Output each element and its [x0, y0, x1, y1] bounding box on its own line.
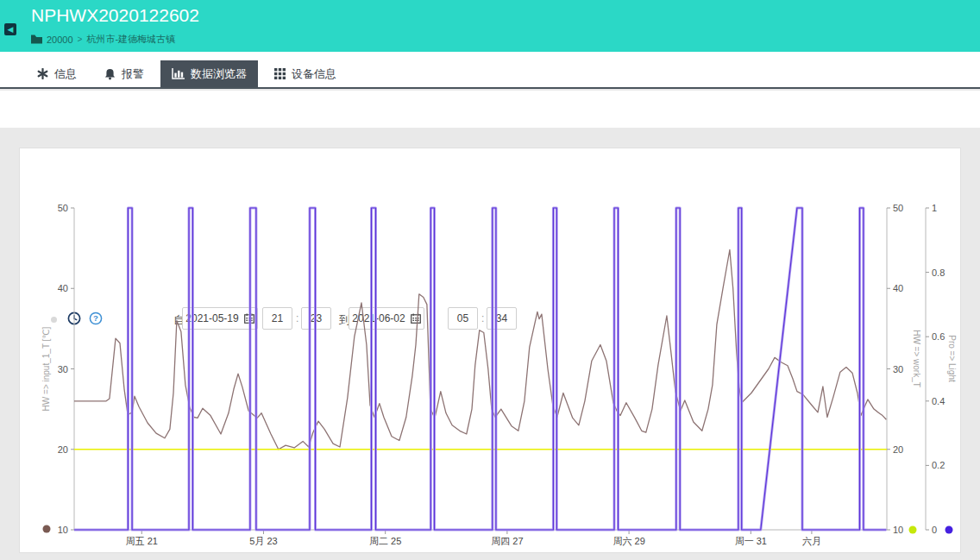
svg-text:10: 10	[58, 525, 68, 535]
svg-text:六月: 六月	[802, 536, 821, 546]
bar-chart-icon	[172, 68, 185, 79]
svg-text:0.2: 0.2	[932, 460, 945, 470]
grid-icon	[274, 68, 286, 79]
svg-text:1: 1	[932, 203, 937, 213]
chart-axes	[74, 208, 926, 530]
y-axis-ticks: 1010202030304040505000.20.40.60.81	[58, 203, 945, 535]
svg-text:40: 40	[58, 283, 68, 293]
svg-text:50: 50	[58, 203, 68, 213]
svg-text:周一 31: 周一 31	[735, 536, 767, 546]
right-axis1-title: HW => work_T	[912, 330, 921, 387]
svg-text:0.4: 0.4	[932, 396, 945, 406]
tab-device-info[interactable]: 设备信息	[263, 60, 348, 87]
content-spacer	[0, 91, 980, 128]
collapse-sidebar-icon[interactable]: ◀	[4, 23, 16, 35]
app-header: ◀ NPHWX2020122602 20000 > 杭州市-建德梅城古镇	[0, 0, 980, 52]
tab-label: 数据浏览器	[191, 66, 247, 82]
x-axis-ticks: 周五 215月 23周二 25周四 27周六 29周一 31六月	[126, 530, 821, 546]
folder-icon	[31, 35, 42, 44]
breadcrumb-folder-id[interactable]: 20000	[47, 35, 73, 45]
svg-text:0: 0	[932, 525, 937, 535]
svg-text:40: 40	[893, 283, 903, 293]
svg-text:0.8: 0.8	[932, 267, 945, 278]
tab-label: 设备信息	[292, 66, 336, 82]
tab-label: 信息	[54, 66, 77, 82]
breadcrumb: 20000 > 杭州市-建德梅城古镇	[31, 33, 175, 46]
bell-icon	[104, 68, 116, 80]
timeseries-chart[interactable]: 1010202030304040505000.20.40.60.81周五 215…	[20, 148, 962, 554]
svg-text:20: 20	[893, 444, 903, 455]
svg-text:周五 21: 周五 21	[126, 536, 158, 546]
left-axis-title: HW => input_1_T [℃]	[41, 326, 51, 411]
device-title: NPHWX2020122602	[31, 5, 199, 26]
svg-text:50: 50	[893, 203, 903, 213]
legend-dot-input-temp[interactable]	[43, 525, 51, 533]
data-browser-panel: ? 自 2021-05-19 21 : 23 到 2021-06-02	[19, 148, 961, 553]
series-input-temp	[74, 250, 886, 450]
tab-info[interactable]: 信息	[26, 60, 88, 87]
series-light	[74, 208, 886, 530]
breadcrumb-location[interactable]: 杭州市-建德梅城古镇	[86, 33, 175, 46]
svg-text:周二 25: 周二 25	[369, 536, 401, 546]
svg-text:5月 23: 5月 23	[249, 536, 277, 546]
asterisk-icon	[37, 68, 48, 79]
series-light-halo	[74, 208, 886, 530]
tab-bar: 信息 报警 数据浏览器	[0, 52, 980, 89]
svg-text:周四 27: 周四 27	[491, 536, 523, 546]
page: { "header": { "title": "NPHWX2020122602"…	[0, 0, 980, 560]
svg-text:0.6: 0.6	[932, 331, 945, 342]
svg-text:周六 29: 周六 29	[612, 536, 644, 546]
breadcrumb-separator: >	[78, 35, 83, 44]
tab-label: 报警	[122, 66, 144, 82]
tab-alarm[interactable]: 报警	[93, 60, 155, 87]
legend-dot-light[interactable]	[945, 526, 953, 534]
svg-text:20: 20	[58, 444, 68, 455]
svg-text:30: 30	[893, 364, 903, 374]
right-axis2-title: Pro => Light	[947, 335, 957, 382]
svg-text:30: 30	[58, 364, 68, 374]
svg-text:10: 10	[893, 525, 903, 535]
tab-data-browser[interactable]: 数据浏览器	[160, 60, 258, 87]
legend-dot-work-temp[interactable]	[909, 526, 917, 534]
